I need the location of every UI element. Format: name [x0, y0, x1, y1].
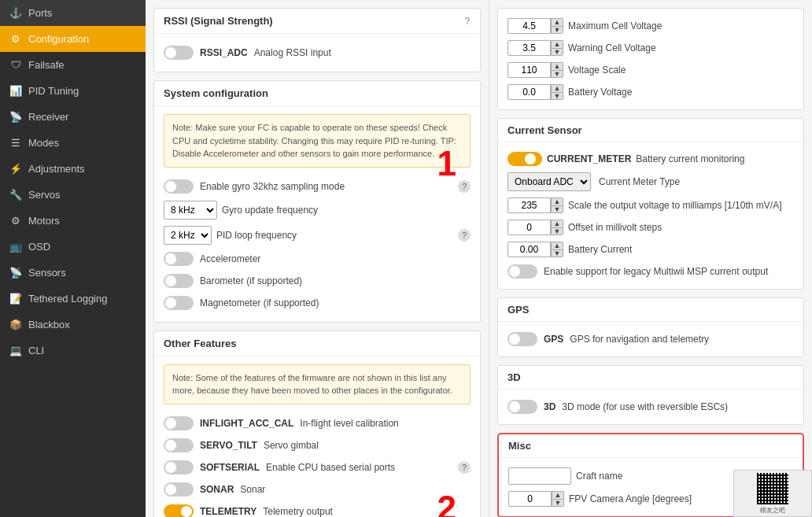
- max-cell-input[interactable]: [507, 18, 551, 34]
- sidebar-item-label: Ports: [28, 7, 52, 19]
- softserial-desc: Enable CPU based serial ports: [266, 462, 395, 473]
- battery-current-row: ▲ ▼ Battery Current: [507, 238, 794, 260]
- rssi-adc-toggle[interactable]: [164, 46, 194, 60]
- scale-input-wrap: ▲ ▼: [507, 198, 563, 213]
- scale-row: ▲ ▼ Scale the output voltage to milliamp…: [507, 194, 794, 216]
- telemetry-label: TELEMETRY: [200, 506, 257, 517]
- servo-tilt-row: SERVO_TILT Servo gimbal: [164, 434, 471, 456]
- sonar-toggle[interactable]: [164, 482, 194, 497]
- sidebar-item-label: Adjustments: [28, 163, 85, 175]
- voltage-scale-up-btn[interactable]: ▲: [551, 62, 563, 70]
- voltage-scale-btns: ▲ ▼: [551, 62, 563, 78]
- current-meter-toggle[interactable]: [507, 152, 542, 166]
- legacy-msp-toggle[interactable]: [507, 264, 537, 279]
- battery-voltage-input[interactable]: [507, 84, 551, 100]
- sidebar-item-sensors[interactable]: 📡 Sensors: [0, 260, 146, 286]
- sidebar-item-modes[interactable]: ☰ Modes: [0, 130, 146, 156]
- barometer-toggle[interactable]: [164, 274, 194, 288]
- magnetometer-toggle[interactable]: [164, 296, 194, 310]
- three-d-toggle[interactable]: [507, 400, 537, 414]
- sidebar-item-cli[interactable]: 💻 CLI: [0, 338, 146, 364]
- battery-voltage-down-btn[interactable]: ▼: [551, 92, 563, 100]
- softserial-label: SOFTSERIAL: [200, 462, 260, 473]
- servo-tilt-toggle[interactable]: [164, 438, 194, 452]
- meter-type-label: Current Meter Type: [599, 176, 794, 187]
- telemetry-toggle[interactable]: [164, 504, 194, 518]
- gps-section: GPS GPS GPS for navigation and telemetry: [497, 297, 804, 357]
- meter-type-select[interactable]: Onboard ADC Virtual ESC: [507, 172, 591, 191]
- sidebar-item-ports[interactable]: ⚓ Ports: [0, 0, 146, 26]
- sidebar-item-failsafe[interactable]: 🛡 Failsafe: [0, 52, 146, 78]
- gyro-freq-label: Gyro update frequency: [222, 205, 318, 216]
- accelerometer-toggle[interactable]: [164, 252, 194, 266]
- accelerometer-row: Accelerometer: [164, 248, 471, 270]
- receiver-icon: 📡: [9, 111, 22, 123]
- voltage-scale-input[interactable]: [507, 62, 551, 78]
- fpv-angle-down-btn[interactable]: ▼: [552, 499, 564, 507]
- battery-current-down-btn[interactable]: ▼: [551, 249, 563, 257]
- tethered-logging-icon: 📝: [9, 293, 22, 305]
- three-d-title: 3D: [498, 366, 803, 390]
- sidebar-item-tethered-logging[interactable]: 📝 Tethered Logging: [0, 286, 146, 312]
- battery-current-label: Battery Current: [568, 244, 794, 255]
- pid-freq-select[interactable]: 2 kHz 1 kHz 4 kHz 8 kHz: [164, 226, 212, 245]
- warning-cell-label: Warning Cell Voltage: [568, 42, 794, 54]
- voltage-scale-row: ▲ ▼ Voltage Scale: [507, 59, 794, 81]
- qr-code: [757, 473, 788, 504]
- battery-current-up-btn[interactable]: ▲: [551, 242, 563, 249]
- accelerometer-label: Accelerometer: [200, 253, 260, 264]
- pid-icon: 📊: [9, 85, 22, 97]
- offset-down-btn[interactable]: ▼: [551, 227, 563, 235]
- sidebar-item-pid-tuning[interactable]: 📊 PID Tuning: [0, 78, 146, 104]
- sidebar: ⚓ Ports ⚙ Configuration 🛡 Failsafe 📊 PID…: [0, 0, 146, 517]
- craft-name-input[interactable]: [508, 467, 571, 485]
- scale-up-btn[interactable]: ▲: [551, 198, 563, 205]
- offset-up-btn[interactable]: ▲: [551, 220, 563, 227]
- current-sensor-section: Current Sensor CURRENT_METER Battery cur…: [497, 118, 804, 290]
- motors-icon: ⚙: [9, 215, 22, 227]
- gyro-freq-select[interactable]: 8 kHz 1 kHz 2 kHz 4 kHz 16 kHz 32 kHz: [164, 201, 217, 220]
- sidebar-item-adjustments[interactable]: ⚡ Adjustments: [0, 156, 146, 182]
- voltage-scale-input-wrap: ▲ ▼: [507, 62, 563, 78]
- softserial-toggle[interactable]: [164, 460, 194, 475]
- gps-toggle[interactable]: [507, 332, 537, 346]
- magnetometer-row: Magnetometer (if supported): [164, 292, 471, 314]
- offset-input[interactable]: [507, 220, 551, 235]
- sidebar-item-servos[interactable]: 🔧 Servos: [0, 182, 146, 208]
- gyro-32khz-label: Enable gyro 32khz sampling mode: [200, 181, 345, 192]
- pid-freq-label: PID loop frequency: [216, 230, 297, 241]
- sidebar-item-receiver[interactable]: 📡 Receiver: [0, 104, 146, 130]
- inflight-acc-cal-toggle[interactable]: [164, 416, 194, 430]
- battery-current-input[interactable]: [507, 242, 551, 257]
- max-cell-down-btn[interactable]: ▼: [551, 26, 563, 34]
- sidebar-item-configuration[interactable]: ⚙ Configuration: [0, 26, 146, 52]
- max-cell-up-btn[interactable]: ▲: [551, 18, 563, 26]
- fpv-angle-up-btn[interactable]: ▲: [552, 491, 564, 499]
- rssi-help-icon[interactable]: ?: [464, 15, 471, 27]
- legacy-msp-row: Enable support for legacy Multiwii MSP c…: [507, 260, 794, 283]
- fpv-angle-input[interactable]: [508, 491, 552, 507]
- scale-input[interactable]: [507, 198, 551, 213]
- pid-freq-help-icon[interactable]: ?: [458, 229, 471, 242]
- sidebar-item-blackbox[interactable]: 📦 Blackbox: [0, 312, 146, 338]
- scale-down-btn[interactable]: ▼: [551, 205, 563, 213]
- softserial-help-icon[interactable]: ?: [458, 461, 471, 474]
- warning-cell-up-btn[interactable]: ▲: [551, 40, 563, 48]
- offset-btns: ▲ ▼: [551, 220, 563, 235]
- three-d-label: 3D: [544, 401, 555, 412]
- battery-voltage-up-btn[interactable]: ▲: [551, 84, 563, 92]
- sonar-row: SONAR Sonar: [164, 478, 471, 500]
- ports-icon: ⚓: [9, 7, 22, 19]
- warning-cell-down-btn[interactable]: ▼: [551, 48, 563, 56]
- sidebar-item-motors[interactable]: ⚙ Motors: [0, 208, 146, 234]
- voltage-scale-down-btn[interactable]: ▼: [551, 70, 563, 78]
- legacy-msp-label: Enable support for legacy Multiwii MSP c…: [544, 266, 768, 277]
- gyro-32khz-toggle[interactable]: [164, 179, 194, 194]
- rssi-adc-label: RSSI_ADC: [200, 47, 248, 58]
- servo-tilt-desc: Servo gimbal: [264, 440, 319, 451]
- right-column: ▲ ▼ Maximum Cell Voltage ▲ ▼: [489, 0, 812, 517]
- sidebar-item-osd[interactable]: 📺 OSD: [0, 234, 146, 260]
- warning-cell-input[interactable]: [507, 40, 551, 56]
- gyro-32khz-help-icon[interactable]: ?: [458, 180, 471, 193]
- rssi-section-body: RSSI_ADC Analog RSSI input: [154, 34, 480, 72]
